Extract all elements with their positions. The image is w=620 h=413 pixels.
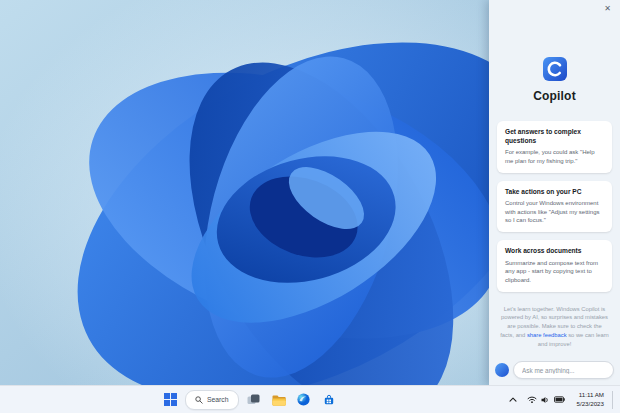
card-title: Get answers to complex questions: [505, 128, 604, 145]
ask-me-anything-input[interactable]: [513, 361, 614, 379]
card-actions[interactable]: Take actions on your PC Control your Win…: [497, 181, 612, 233]
copilot-header: Copilot: [489, 56, 620, 103]
wifi-icon: [527, 395, 537, 404]
start-button[interactable]: [160, 390, 180, 410]
microsoft-store-icon: [323, 394, 335, 406]
edge-icon: [297, 393, 310, 406]
network-volume-battery-button[interactable]: [524, 393, 568, 406]
copilot-logo-icon: [542, 56, 568, 82]
close-icon[interactable]: ✕: [600, 3, 615, 15]
show-desktop-button[interactable]: [612, 391, 616, 409]
microsoft-store-button[interactable]: [319, 390, 339, 410]
system-tray: 11:11 AM 5/23/2023: [506, 386, 616, 413]
file-explorer-button[interactable]: [269, 390, 289, 410]
card-answers[interactable]: Get answers to complex questions For exa…: [497, 121, 612, 173]
search-icon: [195, 396, 203, 404]
suggestion-cards: Get answers to complex questions For exa…: [497, 121, 612, 292]
task-view-icon: [247, 393, 260, 406]
battery-icon: [554, 396, 565, 403]
card-body: Control your Windows environment with ac…: [505, 199, 604, 225]
taskbar: Search: [0, 385, 620, 413]
card-title: Work across documents: [505, 247, 604, 256]
volume-icon: [541, 396, 550, 404]
card-title: Take actions on your PC: [505, 188, 604, 197]
file-explorer-icon: [272, 394, 286, 406]
copilot-avatar-icon: [495, 363, 509, 377]
search-label: Search: [207, 396, 229, 403]
copilot-title: Copilot: [533, 89, 576, 103]
clock-time: 11:11 AM: [576, 391, 604, 399]
copilot-input-row: [495, 361, 614, 379]
copilot-panel: ✕ Copilot Get answers to complex questio…: [489, 0, 620, 386]
search-box[interactable]: Search: [185, 390, 239, 410]
windows-logo-icon: [164, 393, 177, 406]
tray-overflow-button[interactable]: [506, 390, 520, 410]
card-documents[interactable]: Work across documents Summarize and comp…: [497, 240, 612, 292]
chevron-up-icon: [509, 396, 517, 404]
ai-disclaimer: Let's learn together. Windows Copilot is…: [500, 305, 609, 348]
taskbar-center-group: Search: [160, 386, 339, 413]
clock[interactable]: 11:11 AM 5/23/2023: [572, 390, 608, 408]
share-feedback-link[interactable]: share feedback: [527, 332, 567, 338]
card-body: Summarize and compose text from any app …: [505, 259, 604, 285]
edge-button[interactable]: [294, 390, 314, 410]
task-view-button[interactable]: [244, 390, 264, 410]
clock-date: 5/23/2023: [576, 400, 604, 408]
card-body: For example, you could ask "Help me plan…: [505, 148, 604, 165]
